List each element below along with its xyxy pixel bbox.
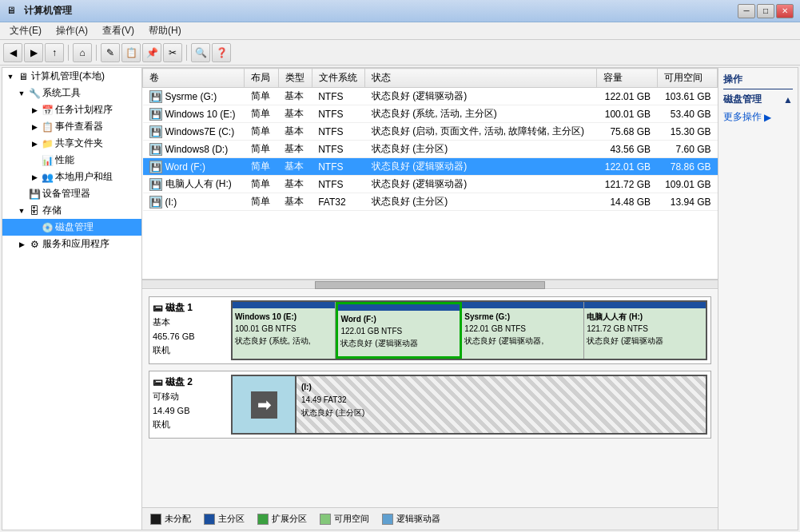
cell-capacity: 122.01 GB	[597, 88, 657, 105]
maximize-button[interactable]: □	[757, 4, 774, 18]
cell-layout: 简单	[245, 105, 278, 123]
root-expander[interactable]: ▼	[4, 70, 17, 83]
tree-local-users[interactable]: ▶ 👥 本地用户和组	[2, 169, 141, 185]
cell-capacity: 100.01 GB	[597, 105, 657, 123]
menu-help[interactable]: 帮助(H)	[142, 22, 188, 39]
menu-file[interactable]: 文件(E)	[3, 22, 48, 39]
toolbar-sep-2	[96, 45, 97, 61]
disk1-part-pc[interactable]: 电脑人人有 (H:) 121.72 GB NTFS 状态良好 (逻辑驱动器	[584, 302, 706, 359]
col-volume[interactable]: 卷	[143, 69, 245, 88]
cell-status: 状态良好 (启动, 页面文件, 活动, 故障转储, 主分区)	[365, 123, 597, 141]
table-row[interactable]: 💾 Word (F:) 简单 基本 NTFS 状态良好 (逻辑驱动器) 122.…	[143, 158, 718, 176]
disk2-size: 14.49 GB	[153, 404, 225, 419]
disk2-type: 可移动	[153, 390, 225, 404]
cell-layout: 简单	[245, 158, 278, 176]
disk2-part-detail: 14.49 FAT32	[301, 394, 701, 407]
disk-expander[interactable]	[28, 221, 41, 234]
task-expander[interactable]: ▶	[28, 104, 41, 117]
copy-button[interactable]: 📋	[121, 43, 141, 62]
tree-services[interactable]: ▶ ⚙ 服务和应用程序	[2, 236, 141, 252]
tree-root[interactable]: ▼ 🖥 计算机管理(本地)	[2, 68, 141, 85]
disk2-info: 🖴 磁盘 2 可移动 14.49 GB 联机	[153, 375, 225, 432]
svc-icon: ⚙	[28, 238, 41, 251]
perf-expander[interactable]	[28, 154, 41, 167]
scrollbar-thumb[interactable]	[315, 281, 545, 289]
disk2-label-part[interactable]: ➡	[233, 376, 297, 433]
col-fs[interactable]: 文件系统	[312, 69, 365, 88]
cell-status: 状态良好 (逻辑驱动器)	[365, 158, 597, 176]
tree-event-viewer[interactable]: ▶ 📋 事件查看器	[2, 118, 141, 135]
more-actions-arrow: ▶	[764, 112, 771, 123]
cell-volume: 💾 (I:)	[143, 193, 245, 211]
table-row[interactable]: 💾 电脑人人有 (H:) 简单 基本 NTFS 状态良好 (逻辑驱动器) 121…	[143, 176, 718, 193]
legend-extended-label: 扩展分区	[272, 513, 307, 525]
disk1-part-win10[interactable]: Windows 10 (E:) 100.01 GB NTFS 状态良好 (系统,…	[233, 302, 336, 359]
users-icon: 👥	[41, 171, 54, 184]
help-button[interactable]: ❓	[212, 43, 231, 62]
tools-icon: 🔧	[28, 87, 41, 100]
device-icon: 💾	[28, 188, 41, 200]
tree-performance[interactable]: 📊 性能	[2, 152, 141, 169]
svc-expander[interactable]: ▶	[15, 238, 28, 251]
col-layout[interactable]: 布局	[245, 69, 278, 88]
cell-capacity: 14.48 GB	[597, 193, 657, 211]
paste-button[interactable]: 📌	[142, 43, 161, 62]
cell-fs: NTFS	[312, 88, 365, 105]
legend-unallocated-box	[150, 514, 161, 525]
sys-expander[interactable]: ▼	[15, 87, 28, 100]
users-expander[interactable]: ▶	[28, 171, 41, 184]
computer-icon: 🖥	[17, 70, 30, 83]
col-status[interactable]: 状态	[365, 69, 597, 88]
tree-disk-management[interactable]: 💿 磁盘管理	[2, 219, 141, 236]
more-actions-label: 更多操作	[723, 110, 762, 124]
disk1-part-sysrme[interactable]: Sysrme (G:) 122.01 GB NTFS 状态良好 (逻辑驱动器,	[462, 302, 584, 359]
dev-expander[interactable]	[15, 188, 28, 200]
edit-button[interactable]: ✎	[101, 43, 120, 62]
table-row[interactable]: 💾 (I:) 简单 基本 FAT32 状态良好 (主分区) 14.48 GB 1…	[143, 193, 718, 211]
legend-primary-box	[204, 514, 215, 525]
cell-fs: NTFS	[312, 105, 365, 123]
storage-expander[interactable]: ▼	[15, 204, 28, 217]
disk2-part-status: 状态良好 (主分区)	[301, 407, 701, 419]
cell-capacity: 122.01 GB	[597, 158, 657, 176]
cut-button[interactable]: ✂	[163, 43, 182, 62]
more-actions-link[interactable]: 更多操作 ▶	[723, 109, 793, 125]
event-expander[interactable]: ▶	[28, 121, 41, 133]
legend-free: 可用空间	[320, 513, 369, 525]
horizontal-scrollbar[interactable]	[142, 280, 718, 289]
col-capacity[interactable]: 容量	[597, 69, 657, 88]
cell-status: 状态良好 (系统, 活动, 主分区)	[365, 105, 597, 123]
search-button[interactable]: 🔍	[191, 43, 210, 62]
cell-volume: 💾 电脑人人有 (H:)	[143, 176, 245, 193]
table-row[interactable]: 💾 Windows 10 (E:) 简单 基本 NTFS 状态良好 (系统, 活…	[143, 105, 718, 123]
tree-shared-folders[interactable]: ▶ 📁 共享文件夹	[2, 135, 141, 152]
legend-free-box	[320, 514, 331, 525]
col-type[interactable]: 类型	[278, 69, 312, 88]
back-button[interactable]: ◀	[3, 43, 22, 62]
table-row[interactable]: 💾 Sysrme (G:) 简单 基本 NTFS 状态良好 (逻辑驱动器) 12…	[143, 88, 718, 105]
cell-free: 109.01 GB	[657, 176, 717, 193]
cell-layout: 简单	[245, 176, 278, 193]
menu-view[interactable]: 查看(V)	[96, 22, 141, 39]
table-row[interactable]: 💾 Windows7E (C:) 简单 基本 NTFS 状态良好 (启动, 页面…	[143, 123, 718, 141]
disk1-title: 磁盘 1	[165, 300, 193, 316]
tree-storage[interactable]: ▼ 🗄 存储	[2, 202, 141, 219]
col-free[interactable]: 可用空间	[657, 69, 717, 88]
cell-capacity: 43.56 GB	[597, 141, 657, 158]
menu-action[interactable]: 操作(A)	[50, 22, 94, 39]
disk1-partitions: Windows 10 (E:) 100.01 GB NTFS 状态良好 (系统,…	[231, 300, 707, 360]
tree-system-tools[interactable]: ▼ 🔧 系统工具	[2, 85, 141, 101]
close-button[interactable]: ✕	[776, 4, 794, 18]
tree-device-manager[interactable]: 💾 设备管理器	[2, 185, 141, 202]
table-row[interactable]: 💾 Windows8 (D:) 简单 基本 NTFS 状态良好 (主分区) 43…	[143, 141, 718, 158]
disk2-title: 磁盘 2	[165, 375, 193, 390]
tree-task-scheduler[interactable]: ▶ 📅 任务计划程序	[2, 101, 141, 118]
home-button[interactable]: ⌂	[73, 43, 92, 62]
disk2-main-part[interactable]: (I:) 14.49 FAT32 状态良好 (主分区)	[297, 376, 706, 433]
minimize-button[interactable]: ─	[738, 4, 755, 18]
forward-button[interactable]: ▶	[24, 43, 43, 62]
disk-icon: 💿	[41, 221, 54, 234]
up-button[interactable]: ↑	[45, 43, 64, 62]
shared-expander[interactable]: ▶	[28, 137, 41, 150]
disk1-part-word[interactable]: Word (F:) 122.01 GB NTFS 状态良好 (逻辑驱动器	[336, 302, 462, 359]
